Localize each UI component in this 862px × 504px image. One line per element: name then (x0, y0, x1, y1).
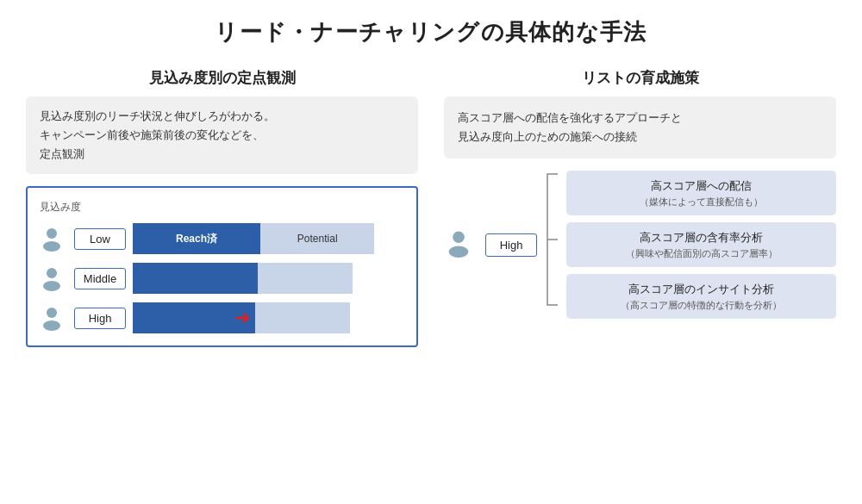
bar-middle-reach (133, 263, 258, 294)
right-item-1-sub: （媒体によって直接配信も） (578, 195, 824, 209)
bar-high-potential (255, 302, 350, 333)
right-item-1: 高スコア層への配信 （媒体によって直接配信も） (566, 171, 836, 215)
svg-point-1 (43, 241, 60, 252)
svg-point-4 (47, 308, 57, 318)
svg-point-0 (47, 228, 57, 239)
right-items: 高スコア層への配信 （媒体によって直接配信も） 高スコア層の含有率分析 （興味や… (566, 171, 836, 319)
bar-area-low: Reach済 Potential (133, 223, 404, 254)
svg-point-7 (449, 246, 469, 258)
potential-label: Potential (297, 233, 338, 245)
right-item-2-sub: （興味や配信面別の高スコア層率） (578, 246, 824, 261)
bar-area-high: ➜ (133, 302, 404, 333)
person-icon-middle (36, 263, 67, 294)
svg-point-2 (47, 268, 57, 278)
person-icon-high (36, 302, 67, 333)
right-person-icon (444, 228, 478, 261)
reach-label: Reach済 (176, 232, 217, 246)
page-title: リード・ナーチャリングの具体的な手法 (26, 17, 836, 47)
right-section: リストの育成施策 高スコア層への配信を強化するアプローチと 見込み度向上のための… (444, 68, 836, 319)
right-item-2-main: 高スコア層の含有率分析 (578, 229, 824, 246)
left-section-title: 見込み度別の定点観測 (26, 68, 418, 88)
right-item-2: 高スコア層の含有率分析 （興味や配信面別の高スコア層率） (566, 222, 836, 267)
main-layout: 見込み度別の定点観測 見込み度別のリーチ状況と伸びしろがわかる。 キャンペーン前… (26, 68, 836, 347)
right-description: 高スコア層への配信を強化するアプローチと 見込み度向上のための施策への接続 (444, 96, 836, 159)
right-level-label: High (485, 233, 537, 257)
level-label-low: Low (74, 228, 126, 250)
chart-label: 見込み度 (40, 200, 404, 215)
bracket (544, 171, 559, 308)
bar-low-potential: Potential (260, 223, 374, 254)
right-chart-area: High 高スコア層への配信 （媒体によって直接配信も） 高スコア層の含有率分析… (444, 171, 836, 319)
left-chart: 見込み度 Low Reach済 Potential (26, 186, 418, 347)
level-label-middle: Middle (74, 268, 126, 289)
svg-point-3 (43, 281, 60, 291)
svg-point-6 (453, 232, 465, 244)
right-item-3: 高スコア層のインサイト分析 （高スコア層の特徴的な行動を分析） (566, 274, 836, 319)
right-item-1-main: 高スコア層への配信 (578, 177, 824, 195)
chart-row-middle: Middle (36, 263, 404, 294)
bar-area-middle (133, 263, 404, 294)
right-section-title: リストの育成施策 (444, 68, 836, 88)
left-description: 見込み度別のリーチ状況と伸びしろがわかる。 キャンペーン前後や施策前後の変化など… (26, 96, 418, 174)
right-item-3-main: 高スコア層のインサイト分析 (578, 281, 824, 298)
person-icon-low (36, 223, 67, 254)
arrow-icon: ➜ (234, 308, 250, 327)
svg-point-5 (43, 320, 60, 331)
chart-row-low: Low Reach済 Potential (36, 223, 404, 254)
left-section: 見込み度別の定点観測 見込み度別のリーチ状況と伸びしろがわかる。 キャンペーン前… (26, 68, 418, 347)
chart-row-high: High ➜ (36, 302, 404, 333)
level-label-high: High (74, 308, 126, 329)
bar-low-reach: Reach済 (133, 223, 260, 254)
bar-middle-potential (258, 263, 353, 294)
bar-high-reach: ➜ (133, 302, 255, 333)
right-item-3-sub: （高スコア層の特徴的な行動を分析） (578, 298, 824, 313)
